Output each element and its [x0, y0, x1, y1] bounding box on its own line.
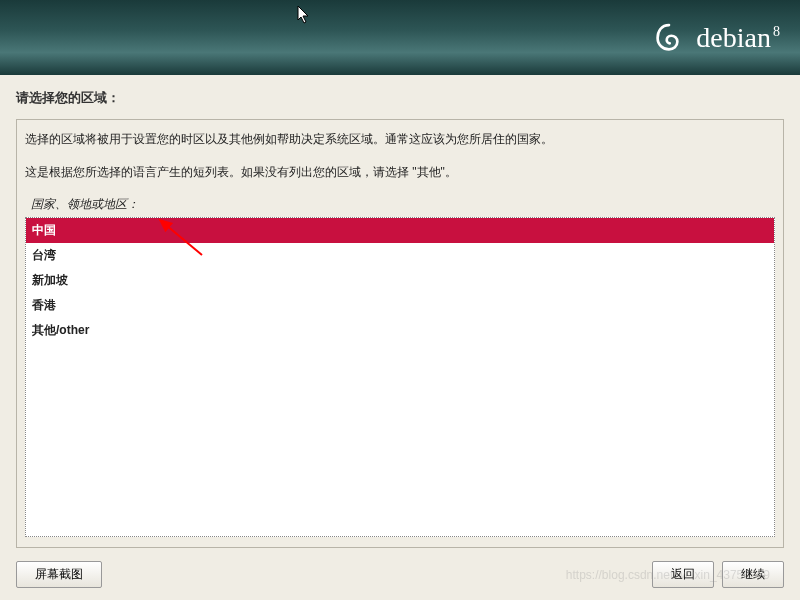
- installer-header-banner: debian8: [0, 0, 800, 75]
- region-list-label: 国家、领地或地区：: [31, 196, 775, 213]
- description-line-2: 这是根据您所选择的语言产生的短列表。如果没有列出您的区域，请选择 "其他"。: [25, 163, 775, 182]
- region-item-singapore[interactable]: 新加坡: [26, 268, 774, 293]
- region-item-taiwan[interactable]: 台湾: [26, 243, 774, 268]
- region-item-china[interactable]: 中国: [26, 218, 774, 243]
- back-button[interactable]: 返回: [652, 561, 714, 588]
- screenshot-button[interactable]: 屏幕截图: [16, 561, 102, 588]
- description-line-1: 选择的区域将被用于设置您的时区以及其他例如帮助决定系统区域。通常这应该为您所居住…: [25, 130, 775, 149]
- button-bar: 屏幕截图 返回 继续: [16, 548, 784, 590]
- debian-logo: debian8: [650, 19, 780, 57]
- region-item-other[interactable]: 其他/other: [26, 318, 774, 343]
- page-title: 请选择您的区域：: [16, 89, 784, 107]
- continue-button[interactable]: 继续: [722, 561, 784, 588]
- installer-content-area: 请选择您的区域： 选择的区域将被用于设置您的时区以及其他例如帮助决定系统区域。通…: [0, 75, 800, 600]
- button-bar-left: 屏幕截图: [16, 561, 102, 588]
- debian-brand-text: debian8: [696, 22, 780, 54]
- region-item-hongkong[interactable]: 香港: [26, 293, 774, 318]
- button-bar-right: 返回 继续: [652, 561, 784, 588]
- debian-swirl-icon: [650, 19, 688, 57]
- main-panel: 选择的区域将被用于设置您的时区以及其他例如帮助决定系统区域。通常这应该为您所居住…: [16, 119, 784, 548]
- region-list[interactable]: 中国 台湾 新加坡 香港 其他/other: [25, 217, 775, 537]
